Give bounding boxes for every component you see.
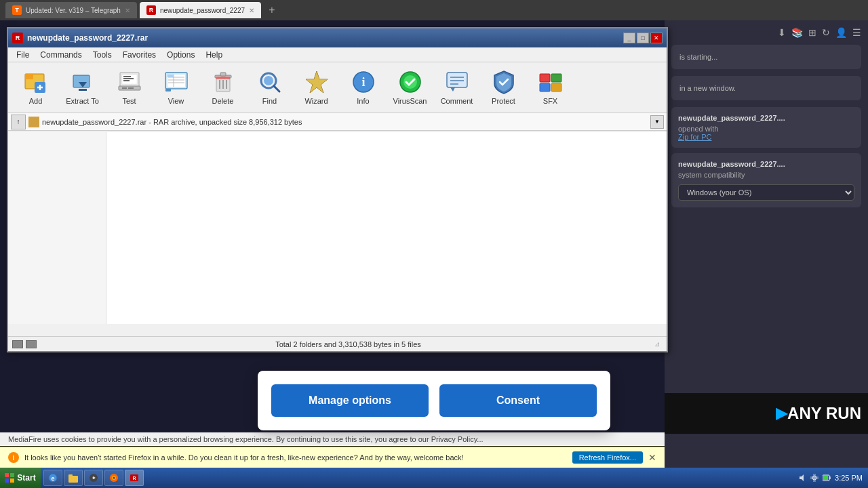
tab-title-winrar: newupdate_password_2227 [160,7,245,14]
toolbar-test-button[interactable]: Test [107,66,151,110]
consent-button[interactable]: Consent [439,384,597,417]
tab-close-telegraph[interactable]: ✕ [125,7,130,14]
download-icon[interactable]: ⬇ [778,27,786,38]
menu-help[interactable]: Help [200,49,228,61]
svg-rect-22 [167,75,174,77]
file2-title: newupdate_password_2227.... [678,160,854,168]
winrar-minimize-button[interactable]: _ [623,33,635,43]
menu-options[interactable]: Options [161,49,200,61]
svg-point-32 [264,76,273,85]
winrar-title: newupdate_password_2227.rar [27,33,623,43]
toolbar-find-button[interactable]: Find [248,66,292,110]
tab-winrar[interactable]: R newupdate_password_2227 ✕ [140,2,261,18]
status-text: Total 2 folders and 3,310,538 bytes in 5… [42,340,654,348]
new-tab-button[interactable]: + [264,2,280,18]
windows-logo-icon [5,473,14,483]
file1-title: newupdate_password_2227.... [678,114,854,122]
path-text: newupdate_password_2227.rar - RAR archiv… [42,118,648,126]
winrar-statusbar: Total 2 folders and 3,310,538 bytes in 5… [8,336,667,351]
file2-sub: system compatibility [678,171,854,179]
library-icon[interactable]: 📚 [791,27,803,38]
toolbar-comment-button[interactable]: Comment [435,66,479,110]
svg-rect-48 [551,83,561,92]
ie-icon: e [48,473,58,483]
taskbar-item-media[interactable] [84,470,103,486]
panel-notification-starting: is starting... [671,45,861,69]
find-icon [258,70,282,94]
network-icon [810,474,818,482]
status-icons [12,340,37,348]
os-select[interactable]: Windows (your OS) [678,184,854,201]
taskbar-item-ie[interactable]: e [43,470,62,486]
any-run-play-icon: ▶ [776,405,787,422]
info-icon: i [351,70,376,94]
menu-icon[interactable]: ☰ [852,27,861,38]
tab-close-winrar[interactable]: ✕ [249,7,254,14]
firefox-bar-close-button[interactable]: ✕ [648,452,656,463]
firefox-notification-bar: i It looks like you haven't started Fire… [0,447,665,468]
toolbar-delete-button[interactable]: Delete [201,66,245,110]
svg-rect-45 [540,74,550,82]
media-icon [89,473,98,483]
panel-file-item-1: newupdate_password_2227.... opened with … [671,107,861,148]
svg-rect-71 [823,476,828,480]
taskbar-systray: 3:25 PM [793,474,868,482]
columns-icon[interactable]: ⊞ [808,27,816,38]
toolbar-wizard-button[interactable]: Wizard [294,66,338,110]
winrar-filelist [8,132,667,324]
tab-favicon-telegraph: T [12,5,22,15]
firefox-info-icon: i [8,452,19,463]
toolbar-view-button[interactable]: View [154,66,198,110]
file2-select-wrapper: Windows (your OS) [678,184,854,201]
status-icon-2 [26,340,37,348]
svg-text:R: R [132,476,136,481]
taskbar-items: e R [41,468,146,488]
path-up-button[interactable]: ↑ [11,115,26,129]
sfx-icon [538,70,563,94]
taskbar-item-folder[interactable] [64,470,83,486]
winrar-restore-button[interactable]: □ [637,33,649,43]
svg-rect-51 [5,479,9,483]
virusscan-icon [398,70,422,94]
view-icon [164,70,189,94]
toolbar-protect-button[interactable]: Protect [481,66,526,110]
svg-rect-7 [79,89,87,91]
menu-file[interactable]: File [11,49,35,61]
path-dropdown-button[interactable]: ▼ [650,115,664,129]
menu-favorites[interactable]: Favorites [117,49,161,61]
svg-rect-67 [810,476,818,479]
any-run-text: ANY RUN [787,404,861,423]
menu-tools[interactable]: Tools [87,49,117,61]
toolbar-extract-button[interactable]: Extract To [60,66,104,110]
tab-title-telegraph: Updated: Ver. v319 – Telegraph [26,7,121,14]
svg-rect-50 [10,473,14,477]
delete-icon [211,70,235,94]
svg-rect-1 [25,74,33,79]
taskbar-clock[interactable]: 3:25 PM [835,474,863,482]
menu-commands[interactable]: Commands [35,49,87,61]
manage-options-button[interactable]: Manage options [271,384,429,417]
tab-favicon-winrar: R [146,5,156,15]
toolbar-info-button[interactable]: i Info [341,66,385,110]
svg-rect-46 [551,74,561,82]
refresh-icon[interactable]: ↻ [822,27,830,38]
firefox-taskbar-icon [109,473,119,483]
start-button[interactable]: Start [0,468,41,488]
refresh-firefox-button[interactable]: Refresh Firefox... [572,451,643,464]
svg-rect-26 [220,73,226,76]
taskbar-item-winrar[interactable]: R [125,470,144,486]
path-archive-icon [28,117,39,127]
toolbar-sfx-button[interactable]: SFX [528,66,572,110]
toolbar-add-button[interactable]: Add [14,66,58,110]
consent-modal: Manage options Consent [258,371,610,430]
avatar-icon[interactable]: 👤 [835,27,847,38]
file1-zip-link[interactable]: Zip for PC [678,133,712,141]
resize-grip[interactable]: ⊿ [654,340,663,348]
extract-icon [71,70,95,94]
folder-icon [68,473,78,483]
winrar-close-button[interactable]: ✕ [650,33,663,43]
tab-telegraph[interactable]: T Updated: Ver. v319 – Telegraph ✕ [5,2,137,18]
taskbar-item-firefox[interactable] [104,470,123,486]
svg-rect-49 [5,473,9,477]
toolbar-virusscan-button[interactable]: VirusScan [388,66,432,110]
